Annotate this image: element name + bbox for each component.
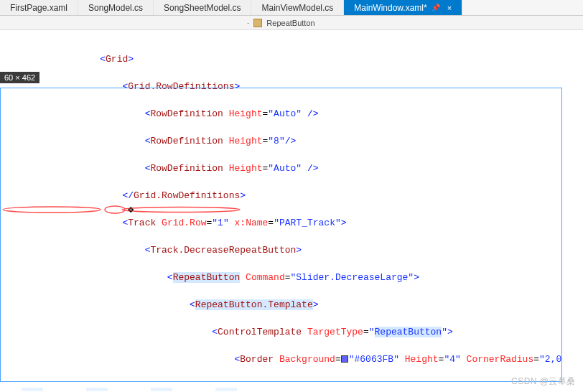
breadcrumb: - RepeatButton (0, 16, 583, 30)
element-icon (253, 19, 262, 27)
color-swatch-icon (341, 355, 348, 363)
tab-label: MainWindow.xaml* (354, 3, 426, 13)
tab-firstpage[interactable]: FirstPage.xaml (0, 0, 78, 15)
watermark-label: CSDN @云草桑 (511, 375, 576, 388)
pin-icon[interactable]: 📌 (432, 4, 440, 11)
tab-mainviewmodel[interactable]: MainViewModel.cs (251, 0, 344, 15)
tab-label: SongModel.cs (88, 3, 143, 13)
code-editor[interactable]: <Grid> <Grid.RowDefinitions> <RowDefinit… (0, 30, 583, 392)
tab-mainwindow-active[interactable]: MainWindow.xaml* 📌 × (344, 0, 462, 15)
tab-label: SongSheetModel.cs (164, 3, 241, 13)
breadcrumb-sep: - (247, 19, 249, 27)
bottom-highlight (22, 388, 583, 392)
tab-songmodel[interactable]: SongModel.cs (78, 0, 154, 15)
tab-bar: FirstPage.xaml SongModel.cs SongSheetMod… (0, 0, 583, 16)
tab-label: FirstPage.xaml (10, 3, 67, 13)
close-icon[interactable]: × (447, 4, 452, 12)
tab-songsheetmodel[interactable]: SongSheetModel.cs (154, 0, 251, 15)
tab-label: MainViewModel.cs (261, 3, 333, 13)
breadcrumb-label[interactable]: RepeatButton (266, 19, 314, 27)
selection-size-badge: 60 × 462 (0, 72, 39, 83)
